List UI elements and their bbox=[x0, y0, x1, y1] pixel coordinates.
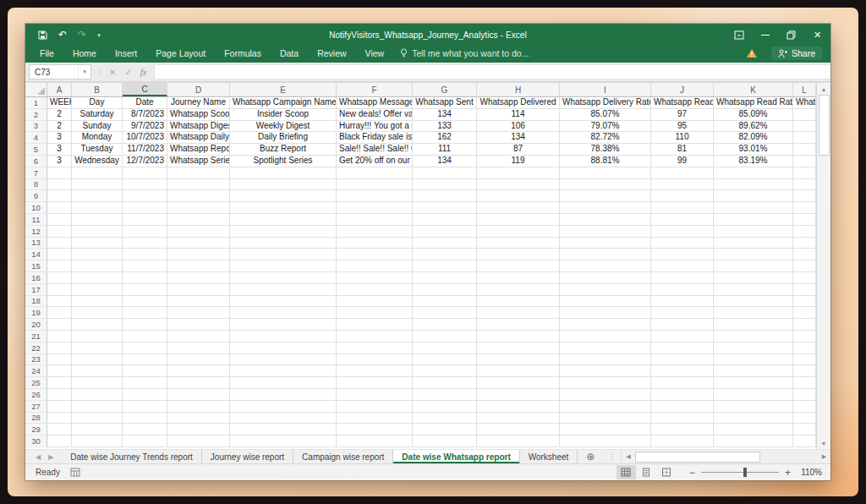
cell-H20[interactable] bbox=[477, 319, 560, 331]
cell-D9[interactable] bbox=[167, 190, 230, 202]
cell-L12[interactable] bbox=[793, 226, 816, 238]
cell-C16[interactable] bbox=[123, 272, 167, 284]
cell-A3[interactable]: 2 bbox=[47, 121, 72, 133]
cell-D22[interactable] bbox=[167, 342, 230, 354]
page-layout-view-button[interactable] bbox=[637, 465, 656, 479]
cell-H14[interactable] bbox=[477, 249, 560, 260]
cell-I29[interactable] bbox=[560, 424, 651, 436]
cell-J16[interactable] bbox=[651, 272, 714, 284]
cell-A2[interactable]: 2 bbox=[47, 109, 72, 121]
cell-K28[interactable] bbox=[714, 413, 793, 425]
cell-G18[interactable] bbox=[413, 296, 477, 308]
row-header-8[interactable]: 8 bbox=[25, 179, 47, 191]
cell-A5[interactable]: 3 bbox=[47, 144, 72, 156]
cell-J9[interactable] bbox=[651, 190, 714, 202]
cell-E25[interactable] bbox=[230, 377, 337, 389]
cell-C13[interactable] bbox=[123, 238, 167, 249]
cell-L6[interactable] bbox=[793, 156, 816, 167]
cell-E13[interactable] bbox=[230, 238, 337, 249]
sheet-tab-worksheet[interactable]: Worksheet bbox=[520, 450, 578, 463]
cell-C11[interactable] bbox=[123, 214, 167, 226]
cell-E7[interactable] bbox=[230, 167, 337, 179]
cell-I25[interactable] bbox=[560, 377, 651, 389]
cell-K20[interactable] bbox=[714, 319, 793, 331]
cell-I3[interactable]: 79.07% bbox=[560, 121, 651, 133]
cell-D30[interactable] bbox=[167, 436, 230, 447]
cell-B24[interactable] bbox=[72, 365, 123, 377]
horizontal-scrollbar-track[interactable] bbox=[634, 452, 818, 463]
cell-A1[interactable]: WEEK bbox=[47, 97, 72, 109]
cell-H9[interactable] bbox=[477, 190, 560, 202]
cell-C3[interactable]: 9/7/2023 bbox=[123, 121, 167, 133]
cell-C26[interactable] bbox=[123, 389, 167, 401]
cell-G1[interactable]: Whatsapp Sent bbox=[413, 97, 477, 109]
row-header-30[interactable]: 30 bbox=[25, 436, 47, 447]
cell-F5[interactable]: Sale!! Sale!! Sale!! Ge bbox=[337, 144, 413, 156]
cell-J8[interactable] bbox=[651, 179, 714, 191]
cell-I8[interactable] bbox=[560, 179, 651, 191]
cell-D4[interactable]: Whatsapp Daily B bbox=[167, 132, 230, 144]
cell-L3[interactable] bbox=[793, 121, 816, 133]
cell-F15[interactable] bbox=[337, 260, 413, 272]
cell-A11[interactable] bbox=[47, 214, 72, 226]
cell-G14[interactable] bbox=[413, 249, 477, 260]
column-header-I[interactable]: I bbox=[560, 83, 651, 96]
cell-H23[interactable] bbox=[477, 354, 560, 366]
cell-F25[interactable] bbox=[337, 377, 413, 389]
cell-K18[interactable] bbox=[714, 296, 793, 308]
cell-G16[interactable] bbox=[413, 272, 477, 284]
vertical-scrollbar-thumb[interactable] bbox=[819, 95, 830, 156]
cell-L14[interactable] bbox=[793, 249, 816, 260]
formula-bar-splitter[interactable]: ⋮ bbox=[91, 68, 109, 76]
cancel-entry-icon[interactable]: ✕ bbox=[109, 68, 116, 77]
cell-J21[interactable] bbox=[651, 331, 714, 342]
cell-I26[interactable] bbox=[560, 389, 651, 401]
sheet-tab-campaign-wise-report[interactable]: Campaign wise report bbox=[293, 450, 393, 463]
cell-F22[interactable] bbox=[337, 342, 413, 354]
cell-J26[interactable] bbox=[651, 389, 714, 401]
row-header-14[interactable]: 14 bbox=[25, 249, 47, 260]
cell-B23[interactable] bbox=[72, 354, 123, 366]
column-header-K[interactable]: K bbox=[714, 83, 793, 96]
cell-H13[interactable] bbox=[477, 238, 560, 249]
cell-F28[interactable] bbox=[337, 413, 413, 425]
cell-L21[interactable] bbox=[793, 331, 816, 342]
cell-C2[interactable]: 8/7/2023 bbox=[123, 109, 167, 121]
cell-H18[interactable] bbox=[477, 296, 560, 308]
cell-C25[interactable] bbox=[123, 377, 167, 389]
cell-K12[interactable] bbox=[714, 226, 793, 238]
zoom-slider-thumb[interactable] bbox=[743, 468, 747, 477]
cell-B3[interactable]: Sunday bbox=[72, 121, 123, 133]
cell-J30[interactable] bbox=[651, 436, 714, 447]
cell-A16[interactable] bbox=[47, 272, 72, 284]
sheet-nav-right-icon[interactable]: ▶ bbox=[48, 453, 53, 461]
cell-K16[interactable] bbox=[714, 272, 793, 284]
ribbon-tab-file[interactable]: File bbox=[30, 48, 63, 58]
cell-I13[interactable] bbox=[560, 238, 651, 249]
cell-J10[interactable] bbox=[651, 202, 714, 214]
cell-F26[interactable] bbox=[337, 389, 413, 401]
cell-E1[interactable]: Whatsapp Campaign Name bbox=[230, 97, 337, 109]
row-header-26[interactable]: 26 bbox=[25, 389, 47, 401]
cell-F11[interactable] bbox=[337, 214, 413, 226]
cell-K10[interactable] bbox=[714, 202, 793, 214]
cell-L24[interactable] bbox=[793, 365, 816, 377]
row-header-28[interactable]: 28 bbox=[25, 413, 47, 425]
cell-B7[interactable] bbox=[72, 167, 123, 179]
cell-A23[interactable] bbox=[47, 354, 72, 366]
cell-C1[interactable]: Date bbox=[123, 97, 167, 109]
zoom-slider[interactable] bbox=[701, 472, 779, 473]
formula-input[interactable] bbox=[154, 64, 830, 79]
cell-G9[interactable] bbox=[413, 190, 477, 202]
cell-L27[interactable] bbox=[793, 401, 816, 413]
row-header-21[interactable]: 21 bbox=[25, 331, 47, 342]
cell-F12[interactable] bbox=[337, 226, 413, 238]
column-header-C[interactable]: C bbox=[123, 83, 167, 96]
cell-F29[interactable] bbox=[337, 424, 413, 436]
cell-C7[interactable] bbox=[123, 167, 167, 179]
cell-J27[interactable] bbox=[651, 401, 714, 413]
row-header-9[interactable]: 9 bbox=[25, 190, 47, 202]
cell-D1[interactable]: Journey Name bbox=[167, 97, 230, 109]
cell-A12[interactable] bbox=[47, 226, 72, 238]
cell-G22[interactable] bbox=[413, 342, 477, 354]
